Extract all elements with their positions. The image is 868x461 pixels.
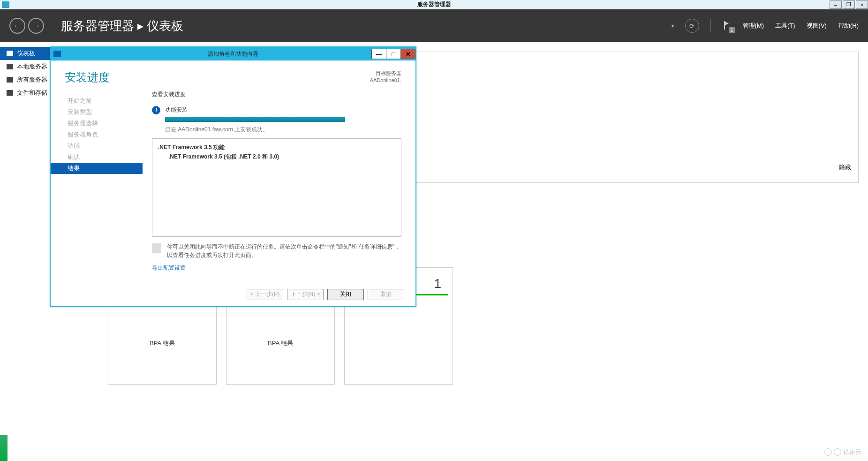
export-settings-link[interactable]: 导出配置设置 (152, 264, 186, 272)
close-button[interactable]: × (856, 0, 868, 9)
sidebar-item-label: 所有服务器 (17, 76, 47, 84)
tile-count: 1 (434, 276, 441, 291)
step-confirm: 确认 (68, 151, 143, 163)
storage-icon (7, 90, 13, 96)
close-wizard-button[interactable]: 关闭 (327, 289, 364, 300)
step-features: 功能 (68, 140, 143, 151)
wizard-heading: 安装进度 (65, 70, 110, 85)
notifications-icon[interactable]: 1 (722, 21, 732, 30)
sidebar-item-label: 仪表板 (17, 49, 35, 58)
app-icon (2, 1, 9, 8)
feature-install-label: 功能安装 (165, 106, 188, 114)
note-text: 你可以关闭此向导而不中断正在运行的任务。请依次单击命令栏中的"通知"和"任务详细… (167, 242, 401, 259)
step-server-roles: 服务器角色 (68, 129, 143, 140)
step-results[interactable]: 结果 (51, 163, 143, 174)
wizard-minimize-button[interactable]: — (371, 49, 386, 59)
info-icon: i (152, 106, 160, 114)
note-icon (152, 243, 161, 253)
breadcrumb-page: 仪表板 (147, 19, 183, 33)
result-line-1: .NET Framework 3.5 功能 (158, 144, 395, 151)
hide-link[interactable]: 隐藏 (839, 163, 851, 172)
breadcrumb-app: 服务器管理器 (61, 19, 134, 33)
separator (710, 19, 711, 32)
step-server-select: 服务器选择 (68, 118, 143, 129)
menu-tools[interactable]: 工具(T) (775, 22, 795, 30)
maximize-button[interactable]: ❐ (843, 0, 855, 9)
wizard-icon (53, 51, 61, 57)
menu-view[interactable]: 视图(V) (807, 22, 827, 30)
dashboard-icon (7, 51, 13, 56)
install-status-row: i 功能安装 (152, 106, 401, 114)
wizard-maximize-button[interactable]: □ (386, 49, 401, 59)
step-install-type: 安装类型 (68, 106, 143, 118)
wizard-close-button[interactable]: ✕ (400, 49, 415, 59)
refresh-icon[interactable]: ⟳ (685, 19, 699, 33)
cancel-button: 取消 (368, 289, 404, 300)
prev-button: < 上一步(P) (247, 289, 283, 300)
step-before-begin: 开始之前 (68, 95, 143, 106)
next-button: 下一步(N) > (287, 289, 324, 300)
menu-manage[interactable]: 管理(M) (743, 22, 764, 30)
add-roles-wizard: 添加角色和功能向导 — □ ✕ 安装进度 目标服务器 AADonline01. … (50, 46, 416, 307)
wizard-steps: 开始之前 安装类型 服务器选择 服务器角色 功能 确认 结果 (51, 91, 143, 283)
taskbar-fragment (0, 435, 8, 461)
wizard-footer: < 上一步(P) 下一步(N) > 关闭 取消 (51, 283, 415, 305)
watermark-icon (824, 448, 832, 456)
breadcrumb-sep: ▸ (137, 19, 143, 33)
target-label: 目标服务器 (370, 70, 401, 77)
header-bar: ← → 服务器管理器 ▸ 仪表板 ▾ ⟳ 1 管理(M) 工具(T) 视图(V)… (0, 9, 868, 42)
server-icon (7, 64, 13, 69)
breadcrumb: 服务器管理器 ▸ 仪表板 (61, 18, 183, 34)
menu-help[interactable]: 帮助(H) (838, 22, 859, 30)
dropdown-caret-icon[interactable]: ▾ (672, 23, 674, 29)
wizard-content: 查看安装进度 i 功能安装 已在 AADonline01.faw.com 上安装… (143, 91, 415, 283)
minimize-button[interactable]: – (830, 0, 842, 9)
target-value: AADonline01. (370, 77, 401, 84)
nav-back-button[interactable]: ← (9, 18, 25, 34)
wizard-titlebar[interactable]: 添加角色和功能向导 — □ ✕ (51, 47, 415, 60)
target-server: 目标服务器 AADonline01. (370, 70, 401, 84)
success-message: 已在 AADonline01.faw.com 上安装成功。 (165, 126, 401, 134)
servers-icon (7, 77, 13, 83)
watermark-icon (834, 448, 841, 456)
close-note: 你可以关闭此向导而不中断正在运行的任务。请依次单击命令栏中的"通知"和"任务详细… (152, 242, 401, 259)
watermark-text: 亿速云 (843, 448, 861, 456)
result-line-2: .NET Framework 3.5 (包括 .NET 2.0 和 3.0) (158, 153, 395, 161)
view-progress-label: 查看安装进度 (152, 91, 401, 98)
header-right: ▾ ⟳ 1 管理(M) 工具(T) 视图(V) 帮助(H) (676, 19, 859, 33)
progress-bar (165, 117, 345, 122)
bpa-label: BPA 结果 (150, 339, 175, 348)
wizard-header: 安装进度 目标服务器 AADonline01. (51, 60, 415, 91)
wizard-window-buttons: — □ ✕ (372, 49, 415, 59)
watermark: 亿速云 (824, 448, 861, 456)
wizard-body: 开始之前 安装类型 服务器选择 服务器角色 功能 确认 结果 查看安装进度 i … (51, 91, 415, 283)
nav-forward-button[interactable]: → (28, 18, 44, 34)
window-buttons: – ❐ × (829, 0, 868, 9)
notification-badge: 1 (729, 27, 735, 33)
wizard-title: 添加角色和功能向导 (208, 50, 258, 58)
bpa-label: BPA 结果 (268, 339, 293, 348)
results-box: .NET Framework 3.5 功能 .NET Framework 3.5… (152, 138, 401, 237)
app-title: 服务器管理器 (417, 0, 451, 8)
app-titlebar: 服务器管理器 – ❐ × (0, 0, 868, 9)
sidebar-item-label: 本地服务器 (17, 62, 47, 71)
sidebar-item-label: 文件和存储 (17, 89, 47, 97)
